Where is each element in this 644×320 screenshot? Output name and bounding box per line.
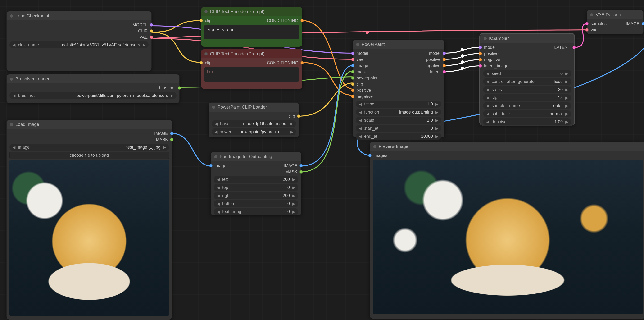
ckpt-name-combo[interactable]: ◀ ckpt_name realisticVisionV60B1_v51VAE.… [10,41,148,48]
port-vae-in[interactable] [585,28,588,32]
port-model-out[interactable] [442,52,446,55]
port-powerpaint-in[interactable] [351,76,354,80]
collapse-icon[interactable] [484,37,487,40]
base-combo[interactable]: ◀basemodel.fp16.safetensors▶ [212,120,296,127]
arrow-right-icon[interactable]: ▶ [142,43,146,47]
port-vae[interactable] [150,36,153,39]
arrow-left-icon[interactable]: ◀ [486,79,489,84]
port-brushnet[interactable] [178,86,181,90]
arrow-right-icon[interactable]: ▶ [565,79,568,84]
collapse-icon[interactable] [204,52,208,56]
collapse-icon[interactable] [356,43,359,46]
node-clip-positive[interactable]: CLIP Text Encode (Prompt) clip CONDITION… [201,7,302,46]
scheduler-combo[interactable]: ◀schedulernormal▶ [483,110,571,117]
feathering-input[interactable]: ◀feathering0▶ [214,208,298,215]
arrow-right-icon[interactable]: ▶ [292,185,296,190]
arrow-left-icon[interactable]: ◀ [486,112,489,116]
top-input[interactable]: ◀top0▶ [214,184,298,191]
arrow-left-icon[interactable]: ◀ [486,120,489,124]
arrow-right-icon[interactable]: ▶ [565,120,568,124]
steps-input[interactable]: ◀steps20▶ [483,86,571,93]
arrow-left-icon[interactable]: ◀ [216,210,220,214]
arrow-left-icon[interactable]: ◀ [216,177,220,182]
port-mask-in[interactable] [351,70,354,74]
node-load-checkpoint[interactable]: Load Checkpoint MODEL CLIP VAE ◀ ckpt_na… [6,11,152,70]
node-vae-decode[interactable]: VAE Decode samplesIMAGE vae [587,10,644,34]
arrow-right-icon[interactable]: ▶ [435,118,438,123]
arrow-right-icon[interactable]: ▶ [435,134,438,139]
arrow-left-icon[interactable]: ◀ [358,118,362,123]
sampler-combo[interactable]: ◀sampler_nameeuler▶ [483,102,571,109]
port-model[interactable] [150,23,153,27]
fitting-input[interactable]: ◀fitting1.0▶ [356,101,442,108]
port-model-in[interactable] [478,46,482,49]
node-load-image[interactable]: Load Image IMAGE MASK ◀ image test_image… [6,120,172,319]
collapse-icon[interactable] [373,145,376,148]
powerpaint-combo[interactable]: ◀powerpaintpowerpaint/pytorch_model.bin▶ [212,128,296,135]
arrow-right-icon[interactable]: ▶ [292,193,296,198]
collapse-icon[interactable] [10,123,13,126]
arrow-right-icon[interactable]: ▶ [292,177,296,182]
end-at-input[interactable]: ◀end_at10000▶ [356,133,442,140]
port-image-in[interactable] [209,164,212,167]
scale-input[interactable]: ◀scale1.0▶ [356,117,442,124]
arrow-left-icon[interactable]: ◀ [358,110,362,115]
control-combo[interactable]: ◀control_after_generatefixed▶ [483,78,571,85]
port-latent-out[interactable] [572,46,576,49]
port-mask-out[interactable] [300,170,303,174]
arrow-left-icon[interactable]: ◀ [12,93,16,98]
arrow-right-icon[interactable]: ▶ [435,126,438,131]
port-samples-in[interactable] [585,22,588,25]
denoise-input[interactable]: ◀denoise1.00▶ [483,118,571,125]
collapse-icon[interactable] [10,15,13,18]
port-negative-in[interactable] [478,58,482,61]
port-clip[interactable] [150,29,153,33]
arrow-left-icon[interactable]: ◀ [486,104,489,108]
arrow-right-icon[interactable]: ▶ [290,130,293,134]
node-pad-image[interactable]: Pad Image for Outpainting image IMAGE MA… [211,152,302,215]
arrow-left-icon[interactable]: ◀ [216,201,220,206]
port-positive-out[interactable] [442,58,446,61]
arrow-right-icon[interactable]: ▶ [565,112,568,116]
port-model-in[interactable] [351,52,354,55]
collapse-icon[interactable] [212,106,215,109]
arrow-right-icon[interactable]: ▶ [565,104,568,108]
arrow-left-icon[interactable]: ◀ [214,122,218,126]
bottom-input[interactable]: ◀bottom0▶ [214,200,298,207]
arrow-right-icon[interactable]: ▶ [565,96,568,100]
node-brushnet-loader[interactable]: BrushNet Loader brushnet ◀ brushnet powe… [6,74,180,103]
collapse-icon[interactable] [204,10,208,13]
arrow-left-icon[interactable]: ◀ [486,88,489,92]
left-input[interactable]: ◀left200▶ [214,176,298,183]
port-image-out[interactable] [300,164,303,167]
arrow-right-icon[interactable]: ▶ [565,88,568,92]
arrow-right-icon[interactable]: ▶ [292,201,296,206]
right-input[interactable]: ◀right200▶ [214,192,298,199]
node-powerpaint[interactable]: PowerPaint modelmodel vaepositive imagen… [352,40,444,137]
arrow-left-icon[interactable]: ◀ [486,96,489,100]
port-positive-in[interactable] [478,52,482,55]
arrow-right-icon[interactable]: ▶ [435,110,438,115]
port-image-in[interactable] [351,64,354,67]
prompt-textarea[interactable]: text [204,67,299,82]
port-positive-in[interactable] [351,89,354,92]
image-combo[interactable]: ◀ image test_image (1).jpg ▶ [10,144,169,151]
port-latent-out[interactable] [442,70,446,74]
arrow-right-icon[interactable]: ▶ [435,102,438,106]
port-conditioning[interactable] [300,19,304,22]
port-image-out[interactable] [642,22,644,25]
prompt-textarea[interactable]: empty scene [204,25,299,39]
port-image[interactable] [170,132,174,135]
arrow-left-icon[interactable]: ◀ [486,71,489,76]
arrow-left-icon[interactable]: ◀ [216,185,220,190]
function-combo[interactable]: ◀functionimage outpainting▶ [356,109,442,116]
port-vae-in[interactable] [351,58,354,61]
port-latent-image-in[interactable] [478,64,482,68]
port-clip[interactable] [297,115,300,118]
port-mask[interactable] [170,138,174,141]
port-clip-in[interactable] [351,83,354,86]
arrow-right-icon[interactable]: ▶ [292,210,296,214]
arrow-right-icon[interactable]: ▶ [163,145,166,150]
port-conditioning[interactable] [300,61,304,65]
arrow-left-icon[interactable]: ◀ [12,43,16,47]
